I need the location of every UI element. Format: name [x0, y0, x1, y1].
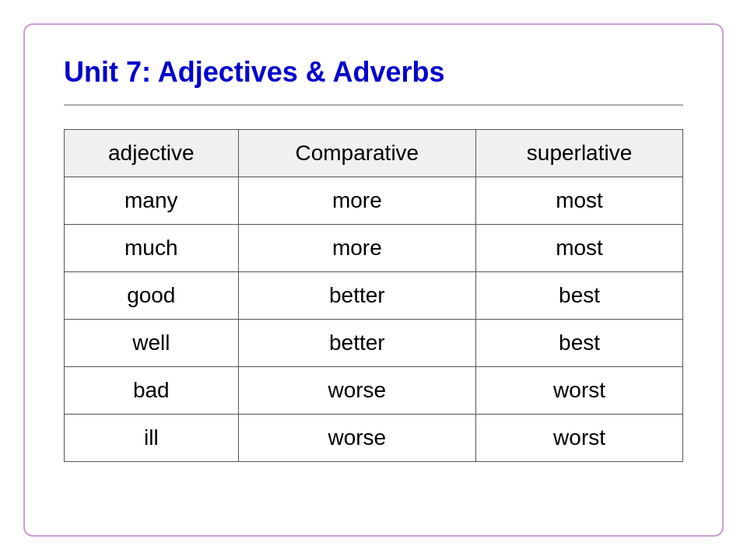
table-cell: worse — [238, 415, 476, 462]
title-divider — [64, 104, 683, 106]
table-cell: worse — [238, 367, 476, 415]
table-row: badworseworst — [65, 367, 683, 415]
table-cell: more — [238, 225, 476, 272]
table-header-cell: superlative — [476, 130, 683, 177]
table-cell: best — [476, 272, 683, 320]
table-cell: well — [65, 320, 239, 367]
table-cell: more — [238, 177, 476, 225]
table-cell: better — [238, 320, 476, 367]
table-header-cell: adjective — [65, 130, 239, 177]
table-cell: good — [65, 272, 239, 320]
table-row: muchmoremost — [65, 225, 683, 272]
table-cell: bad — [65, 367, 239, 415]
table-row: goodbetterbest — [65, 272, 683, 320]
table-row: illworseworst — [65, 415, 683, 462]
table-cell: ill — [65, 415, 239, 462]
table-header-cell: Comparative — [238, 130, 476, 177]
table-cell: worst — [476, 415, 683, 462]
table-row: wellbetterbest — [65, 320, 683, 367]
slide-title: Unit 7: Adjectives & Adverbs — [64, 56, 683, 89]
grammar-table: adjectiveComparativesuperlativemanymorem… — [64, 129, 683, 462]
table-row: manymoremost — [65, 177, 683, 225]
table-cell: most — [476, 225, 683, 272]
table-cell: worst — [476, 367, 683, 415]
slide-container: Unit 7: Adjectives & Adverbs adjectiveCo… — [23, 23, 724, 537]
table-cell: best — [476, 320, 683, 367]
table-cell: better — [238, 272, 476, 320]
table-cell: many — [65, 177, 239, 225]
table-cell: much — [65, 225, 239, 272]
table-cell: most — [476, 177, 683, 225]
